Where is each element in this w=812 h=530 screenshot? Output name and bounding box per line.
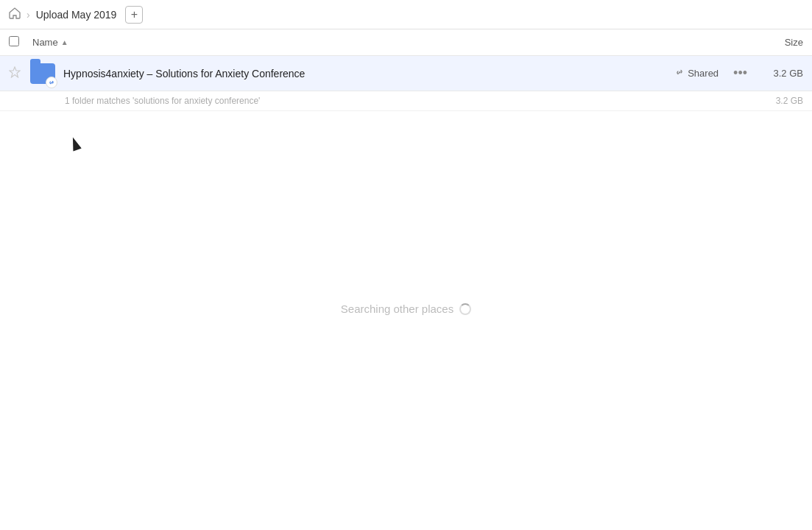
breadcrumb-title[interactable]: Upload May 2019 [36,9,117,21]
select-all-checkbox[interactable] [9,36,24,49]
folder-link-badge [46,77,57,88]
star-icon[interactable] [9,66,24,80]
top-bar: › Upload May 2019 + [0,0,812,29]
searching-area: Searching other places [0,303,812,315]
file-name[interactable]: Hypnosis4anxiety – Solutions for Anxiety… [63,68,674,80]
breadcrumb-separator: › [27,9,30,21]
link-icon [674,67,685,80]
shared-badge: Shared [674,67,719,80]
add-button[interactable]: + [125,6,143,24]
match-info-row: 1 folder matches 'solutions for anxiety … [0,91,812,111]
folder-icon-wrap [29,60,56,87]
shared-label: Shared [688,68,719,79]
match-info-text: 1 folder matches 'solutions for anxiety … [65,96,759,106]
cursor [71,137,85,152]
searching-text: Searching other places [341,303,453,315]
more-options-icon[interactable]: ••• [730,63,750,84]
sort-arrow-icon: ▲ [61,38,68,46]
file-size: 3.2 GB [759,68,803,79]
home-icon[interactable] [9,7,21,22]
size-column-header[interactable]: Size [744,37,803,48]
loading-spinner [459,303,471,315]
svg-marker-0 [10,67,20,77]
file-row[interactable]: Hypnosis4anxiety – Solutions for Anxiety… [0,56,812,91]
match-info-size: 3.2 GB [759,96,803,106]
column-headers: Name ▲ Size [0,29,812,56]
name-column-header[interactable]: Name ▲ [32,37,744,48]
